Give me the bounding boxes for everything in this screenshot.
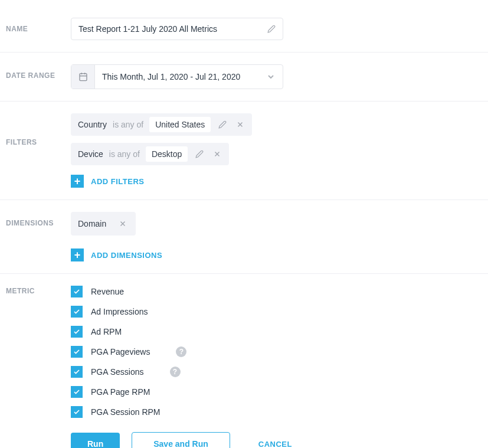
metric-item: PGA Session RPM [71,406,482,418]
add-filters-button[interactable]: + ADD FILTERS [71,175,144,188]
help-icon[interactable]: ? [176,346,186,357]
save-and-run-button[interactable]: Save and Run [132,432,230,448]
dimension-chip-domain: Domain [71,212,136,236]
dimensions-label: DIMENSIONS [6,212,71,227]
dimensions-row: DIMENSIONS Domain + ADD DIMENSIONS [0,200,488,274]
edit-filter-icon[interactable] [194,148,205,160]
metric-label: Revenue [91,287,124,296]
filter-value[interactable]: Desktop [146,146,188,162]
plus-icon: + [71,175,84,188]
metric-item: PGA Page RPM [71,386,482,398]
add-dimensions-button[interactable]: + ADD DIMENSIONS [71,248,162,261]
remove-filter-icon[interactable] [234,119,246,130]
calendar-icon[interactable] [71,65,95,89]
cancel-button[interactable]: CANCEL [242,433,309,449]
svg-rect-0 [80,74,87,81]
metric-label: Ad Impressions [91,307,148,316]
metric-label: METRIC [6,286,71,295]
actions-bar: RunSave and RunCANCEL [71,432,482,448]
filter-chip-device: Device is any of Desktop [71,143,229,165]
name-label: NAME [6,18,71,33]
filter-chip-country: Country is any of United States [71,113,252,136]
filter-field: Device [78,149,103,159]
metric-label: PGA Session RPM [91,407,161,417]
name-row: NAME [0,6,488,53]
edit-name-icon[interactable] [266,23,277,35]
metric-label: PGA Pageviews [91,347,150,357]
metric-checkbox[interactable] [71,306,83,318]
metric-item: Revenue [71,286,482,297]
metric-label: PGA Sessions [91,367,144,377]
metric-item: PGA Pageviews? [71,346,482,358]
metric-checkbox[interactable] [71,346,83,358]
plus-icon: + [71,248,84,261]
metric-checkbox[interactable] [71,286,83,297]
add-dimensions-label: ADD DIMENSIONS [91,251,162,260]
filter-operator: is any of [113,120,143,129]
chevron-down-icon[interactable] [259,72,283,81]
edit-filter-icon[interactable] [217,119,228,130]
report-name-input[interactable] [71,18,283,40]
date-range-row: DATE RANGE This Month, Jul 1, 2020 - Jul… [0,53,488,102]
metric-checkbox[interactable] [71,386,83,398]
metric-checkbox[interactable] [71,366,83,378]
add-filters-label: ADD FILTERS [91,177,144,186]
date-range-text: This Month, Jul 1, 2020 - Jul 21, 2020 [95,72,259,81]
metric-checkbox[interactable] [71,326,83,338]
help-icon[interactable]: ? [170,367,181,377]
metric-checkbox[interactable] [71,406,83,418]
metric-row: METRIC RevenueAd ImpressionsAd RPMPGA Pa… [0,274,488,448]
filters-label: FILTERS [6,113,71,146]
metric-item: Ad RPM [71,326,482,338]
metric-label: PGA Page RPM [91,387,150,397]
date-range-label: DATE RANGE [6,64,71,80]
filter-operator: is any of [109,149,140,159]
run-button[interactable]: Run [71,433,120,448]
filter-value[interactable]: United States [149,117,211,132]
remove-filter-icon[interactable] [211,148,223,160]
metric-label: Ad RPM [91,327,122,336]
dimension-label: Domain [78,219,106,228]
date-range-picker[interactable]: This Month, Jul 1, 2020 - Jul 21, 2020 [71,64,283,89]
metric-item: PGA Sessions? [71,366,482,378]
metric-item: Ad Impressions [71,306,482,318]
filter-field: Country [78,120,107,129]
filters-row: FILTERS Country is any of United States [0,102,488,200]
remove-dimension-icon[interactable] [117,218,129,230]
